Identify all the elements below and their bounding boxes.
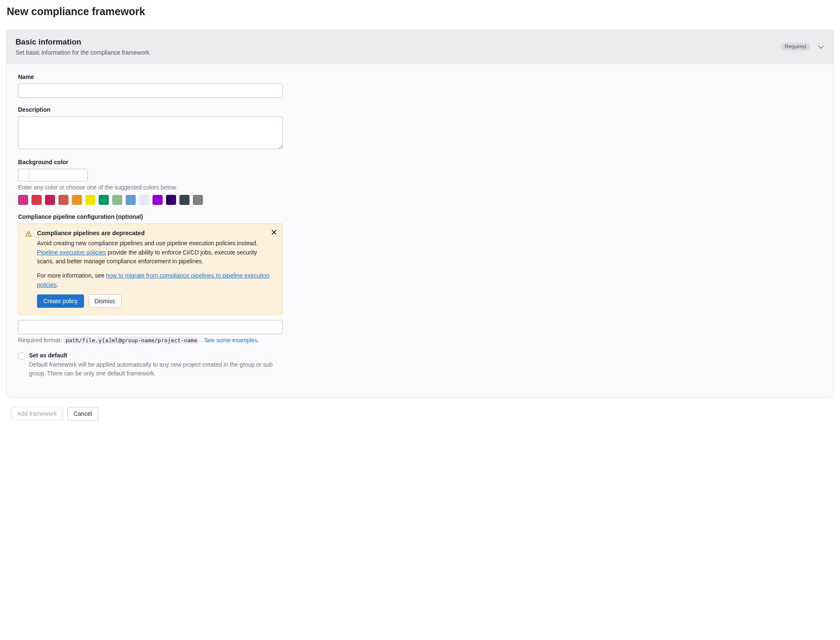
format-prefix: Required format:: [18, 337, 63, 344]
panel-header[interactable]: Basic information Set basic information …: [6, 30, 834, 64]
bgcolor-label: Background color: [18, 159, 822, 165]
color-swatch[interactable]: [166, 195, 176, 205]
description-input[interactable]: [18, 116, 283, 149]
examples-link[interactable]: See some examples.: [204, 337, 259, 344]
color-swatch[interactable]: [112, 195, 122, 205]
svg-point-1: [28, 235, 29, 236]
deprecation-alert: Compliance pipelines are deprecated Avoi…: [18, 223, 283, 315]
cancel-button[interactable]: Cancel: [67, 407, 98, 420]
description-label: Description: [18, 106, 822, 113]
chevron-down-icon[interactable]: [818, 43, 824, 50]
color-swatch[interactable]: [126, 195, 136, 205]
name-input[interactable]: [18, 84, 283, 98]
default-checkbox-desc: Default framework will be applied automa…: [29, 360, 290, 378]
alert-text: .: [57, 281, 58, 288]
pipeline-label: Compliance pipeline configuration (optio…: [18, 213, 822, 220]
color-swatch[interactable]: [45, 195, 55, 205]
panel-body: Name Description Background color Enter …: [6, 64, 834, 397]
add-framework-button[interactable]: Add framework: [11, 407, 63, 420]
alert-text: Avoid creating new compliance pipelines …: [37, 240, 258, 247]
color-swatch[interactable]: [85, 195, 95, 205]
color-swatch[interactable]: [72, 195, 82, 205]
pipeline-policies-link[interactable]: Pipeline execution policies: [37, 249, 106, 256]
page-title: New compliance framework: [7, 5, 834, 18]
section-title: Basic information: [16, 37, 151, 47]
color-swatch[interactable]: [18, 195, 28, 205]
format-suffix: .: [199, 337, 204, 344]
basic-info-panel: Basic information Set basic information …: [6, 29, 834, 398]
swatch-row: [18, 195, 822, 205]
color-swatch[interactable]: [58, 195, 68, 205]
pipeline-input[interactable]: [18, 320, 283, 334]
color-swatch[interactable]: [99, 195, 109, 205]
color-swatch[interactable]: [193, 195, 203, 205]
color-input[interactable]: [29, 169, 88, 181]
default-checkbox-label: Set as default: [29, 352, 290, 359]
color-preview[interactable]: [18, 169, 29, 181]
create-policy-button[interactable]: Create policy: [37, 294, 84, 308]
close-icon[interactable]: [271, 229, 277, 236]
name-label: Name: [18, 73, 822, 80]
alert-text: For more information, see: [37, 272, 106, 279]
color-swatch[interactable]: [153, 195, 163, 205]
alert-title: Compliance pipelines are deprecated: [37, 230, 276, 236]
color-swatch[interactable]: [139, 195, 149, 205]
default-checkbox[interactable]: [18, 353, 25, 359]
color-swatch[interactable]: [32, 195, 42, 205]
dismiss-button[interactable]: Dismiss: [88, 294, 121, 308]
required-badge: Required: [780, 42, 810, 51]
color-swatch[interactable]: [179, 195, 190, 205]
section-subtitle: Set basic information for the compliance…: [16, 49, 151, 56]
format-code: path/file.y[a]ml@group-name/project-name: [63, 337, 199, 344]
bgcolor-help: Enter any color or choose one of the sug…: [18, 184, 822, 191]
warning-icon: [25, 231, 32, 308]
